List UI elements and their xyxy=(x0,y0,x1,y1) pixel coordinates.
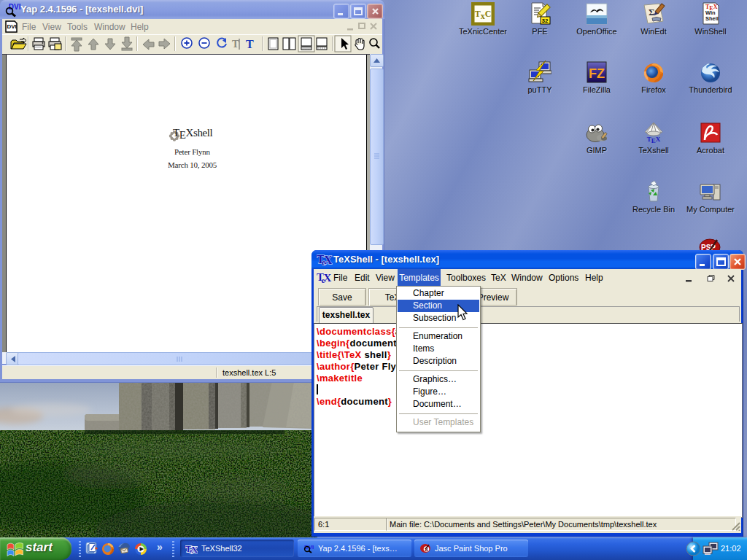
svg-text:X: X xyxy=(191,543,198,554)
svg-text:TEX: TEX xyxy=(647,136,661,144)
svg-text:FZ: FZ xyxy=(589,66,605,81)
svg-text:X: X xyxy=(324,254,333,266)
svg-text:T: T xyxy=(246,38,254,50)
svg-text:Shell: Shell xyxy=(705,15,719,22)
svg-text:T: T xyxy=(232,39,239,50)
svg-text:Σ: Σ xyxy=(649,7,655,18)
svg-text:.DVI: .DVI xyxy=(7,3,21,11)
svg-text:32: 32 xyxy=(542,18,549,24)
svg-text:DVI: DVI xyxy=(7,23,17,30)
svg-text:X: X xyxy=(324,272,332,284)
